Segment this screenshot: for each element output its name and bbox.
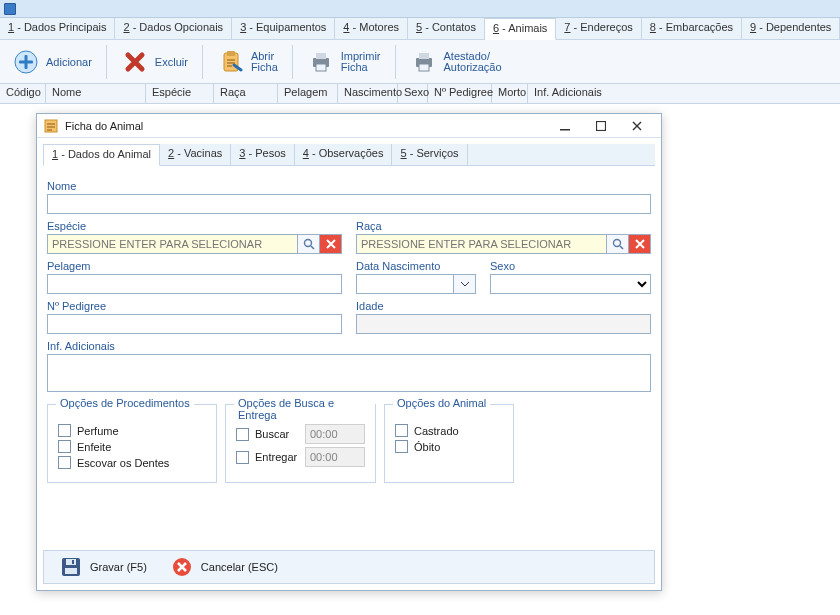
dialog-tabs: 1 - Dados do Animal2 - Vacinas3 - Pesos4… — [43, 144, 655, 166]
raca-clear-button[interactable] — [629, 234, 651, 254]
sexo-label: Sexo — [490, 260, 651, 272]
checkbox[interactable] — [58, 424, 71, 437]
idade-input[interactable] — [356, 314, 651, 334]
dialog-tab-2[interactable]: 2 - Vacinas — [160, 144, 231, 165]
dialog-tab-1[interactable]: 1 - Dados do Animal — [43, 144, 160, 166]
cancel-button[interactable]: Cancelar (ESC) — [163, 552, 286, 582]
search-icon — [612, 238, 624, 250]
raca-label: Raça — [356, 220, 651, 232]
group-busca-legend: Opções de Busca e Entrega — [234, 397, 375, 421]
especie-label: Espécie — [47, 220, 342, 232]
dialog-title: Ficha do Animal — [65, 120, 143, 132]
x-icon — [635, 239, 645, 249]
pedigree-input[interactable] — [47, 314, 342, 334]
nome-label: Nome — [47, 180, 651, 192]
svg-point-15 — [613, 240, 620, 247]
checkbox-label: Escovar os Dentes — [77, 457, 169, 469]
maximize-button[interactable] — [583, 115, 619, 137]
save-icon — [60, 556, 82, 578]
especie-search-button[interactable] — [298, 234, 320, 254]
checkbox[interactable] — [395, 440, 408, 453]
idade-label: Idade — [356, 300, 651, 312]
checkbox-label: Óbito — [414, 441, 440, 453]
close-button[interactable] — [619, 115, 655, 137]
dialog-tab-3[interactable]: 3 - Pesos — [231, 144, 294, 165]
dialog-tab-4[interactable]: 4 - Observações — [295, 144, 393, 165]
group-proc-legend: Opções de Procedimentos — [56, 397, 194, 409]
save-label: Gravar (F5) — [90, 561, 147, 573]
svg-rect-17 — [65, 568, 77, 574]
svg-rect-19 — [72, 560, 74, 564]
data-nasc-dropdown[interactable] — [454, 274, 476, 294]
especie-clear-button[interactable] — [320, 234, 342, 254]
svg-rect-12 — [560, 129, 570, 131]
chevron-down-icon — [461, 280, 469, 288]
inf-label: Inf. Adicionais — [47, 340, 651, 352]
group-busca-entrega: Opções de Busca e Entrega BuscarEntregar — [225, 404, 376, 483]
checkbox-label: Buscar — [255, 428, 299, 440]
pedigree-label: Nº Pedigree — [47, 300, 342, 312]
raca-input[interactable] — [356, 234, 607, 254]
checkbox[interactable] — [395, 424, 408, 437]
save-button[interactable]: Gravar (F5) — [52, 552, 155, 582]
data-nasc-input[interactable] — [356, 274, 454, 294]
checkbox-label: Enfeite — [77, 441, 111, 453]
svg-point-14 — [304, 240, 311, 247]
svg-rect-13 — [597, 121, 606, 130]
checkbox-label: Perfume — [77, 425, 119, 437]
inf-textarea[interactable] — [47, 354, 651, 392]
dialog-title-bar: Ficha do Animal — [37, 114, 661, 138]
animal-dialog: Ficha do Animal 1 - Dados do Animal2 - V… — [36, 113, 662, 591]
minimize-button[interactable] — [547, 115, 583, 137]
group-animal: Opções do Animal CastradoÓbito — [384, 404, 514, 483]
data-nasc-label: Data Nascimento — [356, 260, 476, 272]
dialog-body: Nome Espécie Raça — [37, 166, 661, 483]
dialog-icon — [43, 118, 59, 134]
raca-search-button[interactable] — [607, 234, 629, 254]
cancel-label: Cancelar (ESC) — [201, 561, 278, 573]
checkbox[interactable] — [236, 428, 249, 441]
nome-input[interactable] — [47, 194, 651, 214]
checkbox[interactable] — [236, 451, 249, 464]
group-procedimentos: Opções de Procedimentos PerfumeEnfeiteEs… — [47, 404, 217, 483]
pelagem-input[interactable] — [47, 274, 342, 294]
dialog-tab-5[interactable]: 5 - Serviços — [392, 144, 467, 165]
svg-rect-18 — [66, 559, 76, 565]
sexo-select[interactable] — [490, 274, 651, 294]
checkbox[interactable] — [58, 456, 71, 469]
especie-input[interactable] — [47, 234, 298, 254]
time-input — [305, 447, 365, 467]
search-icon — [303, 238, 315, 250]
checkbox[interactable] — [58, 440, 71, 453]
time-input — [305, 424, 365, 444]
pelagem-label: Pelagem — [47, 260, 342, 272]
dialog-footer: Gravar (F5) Cancelar (ESC) — [43, 550, 655, 584]
x-icon — [326, 239, 336, 249]
cancel-icon — [171, 556, 193, 578]
checkbox-label: Entregar — [255, 451, 299, 463]
group-animal-legend: Opções do Animal — [393, 397, 490, 409]
checkbox-label: Castrado — [414, 425, 459, 437]
